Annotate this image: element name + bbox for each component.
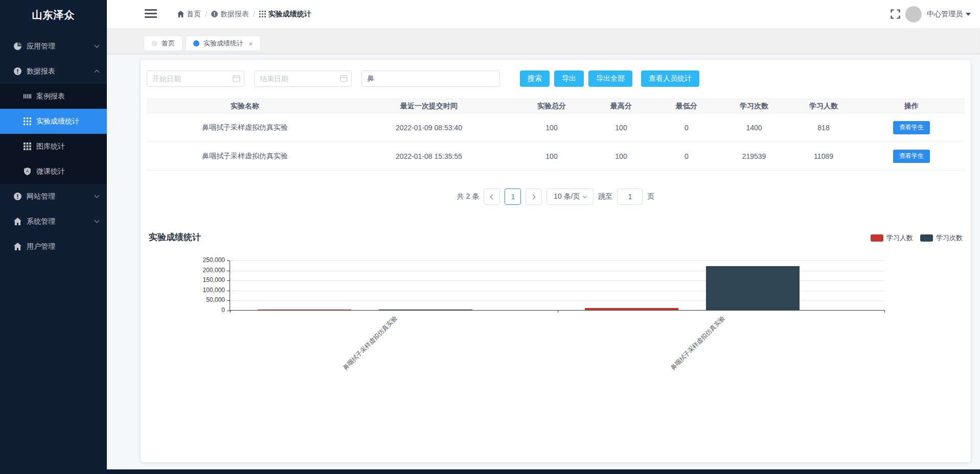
- bar-学习人数-1[interactable]: [585, 308, 678, 310]
- close-icon[interactable]: ×: [248, 40, 253, 48]
- cell-last-submit-time: 2022-01-08 15:35:55: [343, 142, 515, 171]
- chevron-left-icon: [490, 194, 495, 199]
- column-header: 实验总分: [515, 99, 588, 113]
- chevron-down-icon: [95, 193, 100, 198]
- tab-experiment-score-stats[interactable]: 实验成绩统计 ×: [186, 36, 261, 51]
- sidebar-item-label: 图库统计: [36, 142, 65, 151]
- sidebar-item-gallery-stats[interactable]: 图库统计: [0, 134, 107, 159]
- jump-page-input[interactable]: [617, 188, 643, 205]
- table-row: 鼻咽拭子采样虚拟仿真实验 2022-01-09 08:53:40 100 100…: [147, 113, 965, 142]
- cell-study-people: 818: [789, 113, 858, 142]
- tab-dot-icon: [193, 40, 199, 46]
- sidebar-item-data-reports[interactable]: 数据报表: [0, 59, 107, 84]
- chevron-down-icon: [583, 194, 587, 198]
- user-icon: [14, 243, 21, 250]
- sidebar-item-micro-course-stats[interactable]: A 微课统计: [0, 159, 107, 184]
- avatar[interactable]: [905, 6, 922, 22]
- jump-label: 跳至: [598, 192, 612, 201]
- gallery-icon: [24, 143, 31, 150]
- export-all-button[interactable]: 导出全部: [588, 70, 632, 87]
- legend-item-study-times[interactable]: 学习次数: [920, 233, 963, 243]
- legend-item-study-people[interactable]: 学习人数: [871, 233, 913, 243]
- bar-chart-plot: 050,000100,000150,000200,000250,000鼻咽拭子采…: [230, 260, 884, 311]
- column-header: 学习次数: [719, 99, 789, 113]
- start-date-input[interactable]: [147, 70, 244, 87]
- y-axis-tick: [227, 271, 230, 271]
- cell-min-score: 0: [654, 113, 719, 142]
- cell-min-score: 0: [654, 142, 719, 171]
- chevron-down-icon: [95, 218, 100, 223]
- y-axis-tick: [227, 291, 230, 291]
- content-card: 搜索 导出 导出全部 查看人员统计 实验名称 最近一次提交时间: [141, 60, 971, 462]
- caret-down-icon: [966, 13, 971, 16]
- bar-学习人数-0[interactable]: [258, 310, 351, 310]
- tab-dot-icon: [151, 40, 157, 46]
- cell-study-times: 219539: [719, 142, 789, 171]
- grid-stats-icon: [259, 11, 266, 17]
- bar-学习次数-0[interactable]: [379, 310, 472, 310]
- cell-study-times: 1400: [719, 113, 789, 142]
- x-axis-tick: [230, 310, 231, 313]
- legend-label: 学习人数: [886, 233, 913, 243]
- chevron-right-icon: [531, 194, 536, 199]
- sidebar-item-label: 微课统计: [36, 167, 65, 176]
- sidebar-item-user-management[interactable]: 用户管理: [0, 234, 107, 259]
- sidebar-item-case-report[interactable]: 案例报表: [0, 84, 107, 109]
- system-icon: [14, 218, 21, 225]
- sidebar-submenu-data-reports: 案例报表 实验成绩统计 图库统计 A: [0, 84, 107, 184]
- y-axis-tick: [227, 280, 230, 281]
- column-header: 最高分: [588, 99, 654, 113]
- y-axis-label: 200,000: [187, 267, 225, 274]
- page: 山东泽众 应用管理 数据报表: [0, 0, 980, 474]
- breadcrumb-data-reports[interactable]: 数据报表: [211, 10, 249, 19]
- sidebar-item-website-management[interactable]: 网站管理: [0, 184, 107, 209]
- calendar-icon: [340, 75, 348, 82]
- legend-label: 学习次数: [936, 233, 963, 243]
- view-personnel-stats-button[interactable]: 查看人员统计: [641, 70, 699, 87]
- chart-title: 实验成绩统计: [149, 231, 201, 243]
- breadcrumb-home[interactable]: 首页: [177, 10, 201, 19]
- prev-page-button[interactable]: [484, 188, 500, 205]
- y-axis-label: 100,000: [187, 287, 225, 294]
- page-number-1[interactable]: 1: [505, 188, 521, 205]
- bar-学习次数-1[interactable]: [706, 266, 800, 310]
- sidebar-item-experiment-score-stats[interactable]: 实验成绩统计: [0, 109, 107, 134]
- breadcrumb-separator: /: [205, 10, 207, 18]
- cell-last-submit-time: 2022-01-09 08:53:40: [343, 113, 515, 142]
- gridline: [230, 260, 884, 261]
- view-students-button[interactable]: 查看学生: [893, 121, 930, 134]
- table-row: 鼻咽拭子采样虚拟仿真实验 2022-01-08 15:35:55 100 100…: [147, 142, 965, 171]
- page-size-select[interactable]: 10 条/页: [546, 188, 594, 205]
- column-header: 最近一次提交时间: [343, 99, 515, 113]
- export-button[interactable]: 导出: [554, 70, 584, 87]
- fullscreen-icon[interactable]: [891, 9, 900, 19]
- search-button[interactable]: 搜索: [520, 70, 550, 87]
- legend-swatch-icon: [871, 234, 883, 242]
- end-date-wrap: [254, 70, 352, 87]
- breadcrumb-separator: /: [253, 10, 255, 18]
- breadcrumb-label: 首页: [187, 10, 201, 19]
- breadcrumb: 首页 / 数据报表 / 实验成绩统计: [177, 0, 311, 28]
- report-icon: [14, 67, 21, 75]
- user-menu[interactable]: 中心管理员: [927, 10, 971, 19]
- sidebar-menu: 应用管理 数据报表 案例报表: [0, 34, 107, 259]
- x-axis-tick: [884, 310, 885, 313]
- website-icon: [14, 193, 21, 200]
- next-page-button[interactable]: [526, 188, 542, 205]
- hamburger-menu-icon[interactable]: [145, 9, 157, 18]
- table-header-row: 实验名称 最近一次提交时间 实验总分 最高分 最低分 学习次数 学习人数 操作: [147, 99, 965, 113]
- sidebar-item-system-management[interactable]: 系统管理: [0, 209, 107, 234]
- keyword-input[interactable]: [361, 70, 500, 87]
- info-circle-icon: [211, 11, 218, 17]
- view-students-button[interactable]: 查看学生: [893, 150, 930, 163]
- cell-experiment-name: 鼻咽拭子采样虚拟仿真实验: [147, 142, 343, 171]
- end-date-input[interactable]: [254, 70, 352, 87]
- sidebar-item-app-management[interactable]: 应用管理: [0, 34, 107, 59]
- cell-max-score: 100: [588, 113, 654, 142]
- start-date-wrap: [147, 70, 244, 87]
- dashboard-icon: [14, 42, 21, 50]
- cell-max-score: 100: [588, 142, 654, 171]
- page-unit-label: 页: [647, 192, 654, 201]
- column-header: 学习人数: [789, 99, 858, 113]
- tab-home[interactable]: 首页: [144, 36, 183, 51]
